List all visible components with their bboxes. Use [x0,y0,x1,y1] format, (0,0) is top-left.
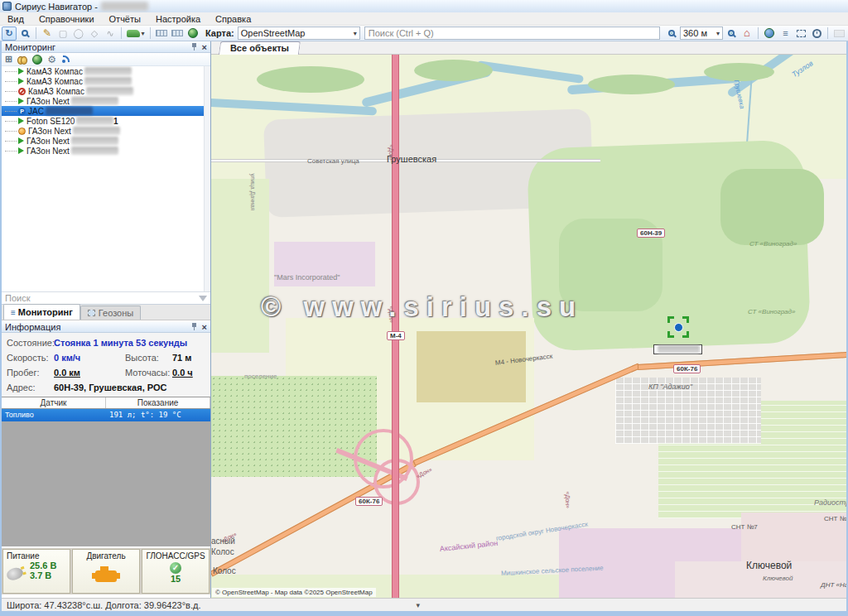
vehicle-plate-redacted: ░░░░░░░░░ [84,77,132,85]
separator [758,27,759,39]
vehicle-tree-item[interactable]: КамАЗ Компас░░░░░░░░░ [2,66,204,76]
tree-search-input[interactable]: Поиск [2,291,210,305]
vehicle-menu-button[interactable]: ▾ [125,26,147,41]
statusbar-dropdown-icon[interactable]: ▾ [416,601,420,609]
engine-icon [92,566,120,583]
binoculars-icon[interactable] [17,56,27,63]
folder-button[interactable]: ▢ [55,26,70,41]
vehicle-tree-item[interactable]: PJAC░░░░░░░░░ [2,106,204,116]
sirius-watermark: © www.sirius.su [261,291,583,323]
app-window: Сириус Навигатор - ░░░░░░░░ Вид Справочн… [0,0,848,616]
mileage-value[interactable]: 0.0 км [54,368,118,378]
vehicle-tree-item[interactable]: ГАЗон Next░░░░░░░░░ [2,136,204,146]
map-label: «Дон» [415,466,432,479]
measure-area-button[interactable] [170,26,185,41]
tree-branch-line [5,81,17,82]
menu-nastroyka[interactable]: Настройка [148,12,208,26]
vehicle-plate-redacted: ░░░░░░░░░ [84,67,132,75]
info-panel-header: Информация × [2,321,210,333]
close-icon[interactable]: × [202,323,207,331]
globe-icon[interactable] [32,55,42,65]
map-forest [720,169,824,245]
zoom-in-icon[interactable] [664,26,679,41]
gps-satellite-count: 15 [146,574,205,584]
tab-geozones[interactable]: Геозоны [80,306,141,320]
engine-label: Двигатель [76,551,136,561]
map-riverside-trees [257,66,364,93]
tab-monitoring[interactable]: ≡ Мониторинг [3,304,80,320]
circle-tool-button[interactable]: ◯ [71,26,86,41]
history-clock-button[interactable] [809,26,824,41]
map-provider-select[interactable]: OpenStreetMap ▾ [238,26,360,40]
tree-branch-line [5,121,17,122]
engine-gauge: Двигатель [72,549,140,594]
vehicle-tree-item[interactable]: Foton SE120░░░░░░░1 [2,116,204,126]
vehicle-tree: КамАЗ Компас░░░░░░░░░КамАЗ Компас░░░░░░░… [2,66,204,291]
tree-scrollbar[interactable] [204,66,210,291]
altitude-value: 71 м [172,353,191,363]
sensor-value-col-header[interactable]: Показание [106,397,210,408]
tab-monitoring-label: Мониторинг [18,307,73,317]
map-field [417,331,526,402]
map-edit-button[interactable]: ✎ [40,26,55,41]
close-icon[interactable]: × [202,43,207,51]
polygon-tool-button[interactable]: ◇ [87,26,102,41]
pin-icon[interactable] [191,43,197,51]
hours-label: Моточасы: [125,368,172,378]
globe-button[interactable] [186,26,200,41]
map-label: улица Дачная [250,174,256,211]
panel-toggle-button[interactable] [831,26,846,41]
map-riverside-trees [588,75,675,94]
vehicle-tree-item[interactable]: КамАЗ Компас░░░░░░░░░ [2,86,204,96]
tab-all-objects-label: Все объекты [230,42,289,55]
vehicle-marker-label[interactable]: ░░░░░░░░ [653,344,702,354]
map-select-label: Карта: [205,28,234,38]
measure-button[interactable] [154,26,169,41]
map-label: Советская улица [307,157,359,165]
vehicle-marker[interactable] [674,323,683,332]
scale-value: 360 м [683,28,707,38]
map-label: Радиостр [814,498,846,507]
gear-icon[interactable]: ⚙ [47,55,56,64]
vehicle-tree-item[interactable]: ГАЗон Next░░░░░░░░░ [2,96,204,106]
global-search-input[interactable]: Поиск (Ctrl + Q) [364,26,660,40]
hours-value[interactable]: 0.0 ч [172,368,193,378]
menu-spravochniki[interactable]: Справочники [31,12,102,26]
list-button[interactable]: ≡ [778,26,793,41]
status-bar: Широта: 47.43238°с.ш. Долгота: 39.96423°… [2,598,846,611]
map-attribution: © OpenStreetMap - Map data ©2025 OpenStr… [212,588,376,597]
gps-label: ГЛОНАСС/GPS [146,551,205,561]
zoom-search-button[interactable] [17,26,32,41]
speed-value: 0 км/ч [54,353,118,363]
vehicle-name: ГАЗон Next [26,147,70,156]
menu-spravka[interactable]: Справка [208,12,258,26]
vehicle-tree-item[interactable]: ГАЗон Next░░░░░░░░░ [2,126,204,136]
sensor-name: Топливо [2,409,106,421]
vehicle-tree-item[interactable]: КамАЗ Компас░░░░░░░░░ [2,76,204,86]
menu-otchety[interactable]: Отчёты [102,12,148,26]
polyline-tool-button[interactable]: ∿ [103,26,118,41]
chevron-down-icon: ▾ [354,30,357,37]
moving-status-icon [18,137,24,144]
globe2-button[interactable] [762,26,777,41]
menu-vid[interactable]: Вид [0,12,31,26]
zoom-out-icon[interactable] [724,26,739,41]
home-button[interactable]: ⌂ [740,26,754,41]
sensor-col-header[interactable]: Датчик [2,397,106,408]
pin-icon[interactable] [191,323,197,330]
map-label: СНТ №6 [824,515,846,522]
power-plug-icon [5,565,25,582]
vehicle-tree-item[interactable]: ГАЗон Next░░░░░░░░░ [2,146,204,156]
satellite-signal-icon[interactable] [61,55,70,64]
tab-all-objects[interactable]: Все объекты [219,41,301,55]
vehicle-plate-redacted: ░░░░░░░░░ [86,87,133,95]
filter-icon[interactable] [199,296,207,301]
expand-all-icon[interactable]: ⊞ [5,54,12,65]
sensor-row[interactable]: Топливо191 л; t°: 19 °C [2,409,210,421]
refresh-button[interactable]: ↻ [2,26,17,41]
scale-select[interactable]: 360 м ▾ [680,26,723,40]
map-canvas[interactable]: ░░░░░░░░ © www.sirius.su © OpenStreetMap… [211,55,846,598]
tree-branch-line [5,101,17,102]
marquee-button[interactable] [793,26,808,41]
vehicle-plate-redacted: ░░░░░░░░░ [71,147,118,155]
